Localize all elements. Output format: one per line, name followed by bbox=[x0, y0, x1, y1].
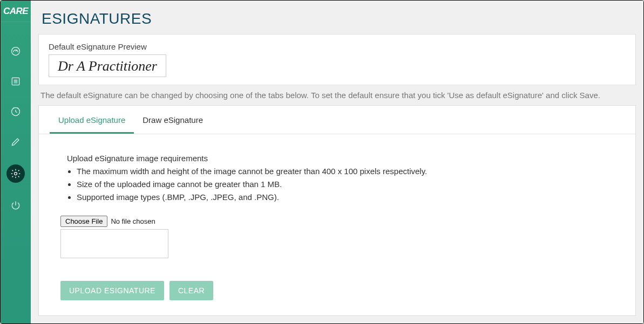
upload-preview-slot bbox=[60, 229, 168, 258]
list-icon[interactable] bbox=[8, 74, 23, 89]
signature-preview-card: Default eSignature Preview Dr A Practiti… bbox=[38, 34, 636, 85]
tabs: Upload eSignature Draw eSignature bbox=[39, 106, 635, 134]
requirement-item: The maximum width and height of the imag… bbox=[77, 165, 614, 178]
file-status-text: No file chosen bbox=[111, 217, 155, 225]
help-text: The default eSignature can be changed by… bbox=[38, 85, 636, 105]
requirement-item: Supported image types (.BMP, .JPG, .JPEG… bbox=[77, 191, 614, 204]
app-logo: CARE bbox=[1, 1, 31, 22]
svg-line-8 bbox=[16, 112, 17, 113]
pencil-icon[interactable] bbox=[8, 134, 23, 149]
gear-icon[interactable] bbox=[6, 164, 25, 183]
tabs-card: Upload eSignature Draw eSignature Upload… bbox=[38, 105, 636, 316]
dashboard-icon[interactable] bbox=[8, 44, 23, 59]
requirement-item: Size of the uploaded image cannot be gre… bbox=[77, 178, 614, 191]
tab-content-upload: Upload eSignature image requirements The… bbox=[39, 134, 635, 313]
svg-point-9 bbox=[15, 173, 17, 175]
sidebar: CARE bbox=[1, 1, 31, 323]
clock-icon[interactable] bbox=[8, 104, 23, 119]
preview-label: Default eSignature Preview bbox=[49, 42, 626, 51]
choose-file-button[interactable]: Choose File bbox=[60, 216, 107, 227]
requirements-heading: Upload eSignature image requirements bbox=[67, 154, 614, 163]
tab-upload-esignature[interactable]: Upload eSignature bbox=[50, 106, 134, 134]
page-title: ESIGNATURES bbox=[31, 1, 643, 34]
main-content: ESIGNATURES Default eSignature Preview D… bbox=[31, 1, 643, 323]
tab-draw-esignature[interactable]: Draw eSignature bbox=[134, 106, 212, 134]
upload-esignature-button[interactable]: UPLOAD ESIGNATURE bbox=[60, 281, 164, 300]
clear-button[interactable]: CLEAR bbox=[170, 281, 213, 300]
signature-preview: Dr A Practitioner bbox=[49, 54, 166, 77]
requirements-list: The maximum width and height of the imag… bbox=[60, 165, 614, 204]
power-icon[interactable] bbox=[8, 198, 23, 213]
